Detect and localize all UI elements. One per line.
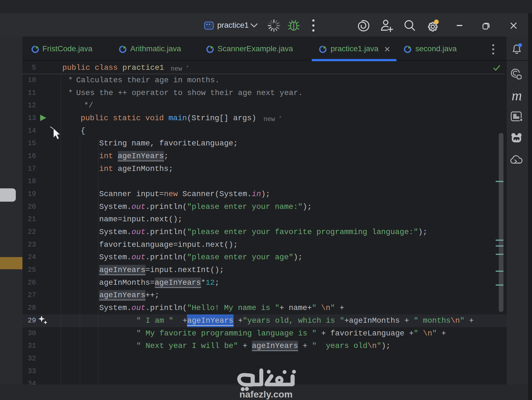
svg-text:nafezly.com: nafezly.com	[239, 389, 293, 399]
